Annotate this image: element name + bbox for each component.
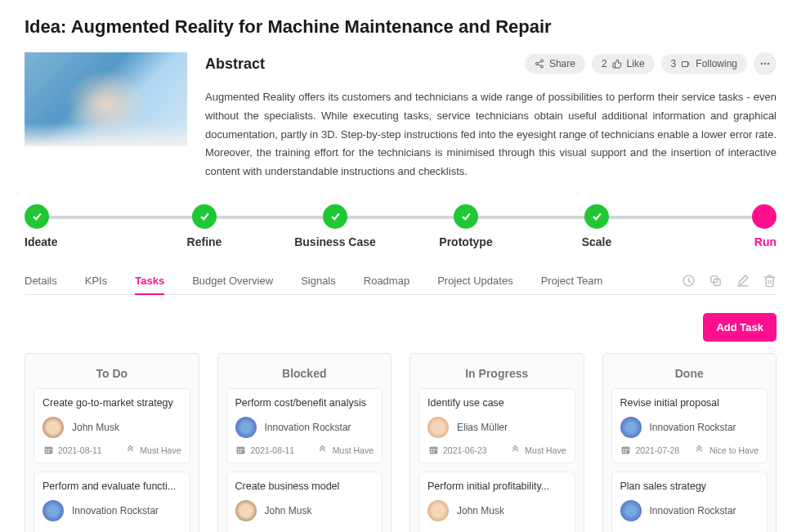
task-card[interactable]: Identify use caseElias Müller2021-06-23M…	[418, 388, 575, 463]
like-label: Like	[627, 58, 645, 69]
tab-signals[interactable]: Signals	[301, 268, 336, 293]
kanban-column-blocked: BlockedPerform cost/benefit analysisInno…	[217, 353, 392, 532]
copy-icon[interactable]	[709, 274, 723, 288]
stage-label: Run	[754, 235, 776, 248]
avatar	[43, 500, 64, 521]
more-menu-button[interactable]	[754, 52, 776, 75]
svg-rect-26	[432, 449, 434, 451]
svg-rect-13	[46, 449, 47, 451]
avatar	[620, 417, 642, 438]
task-card[interactable]: Perform and evaluate functi...Innovation…	[34, 472, 190, 532]
task-card[interactable]: Create go-to-market strategyJohn Musk202…	[34, 388, 190, 463]
svg-point-1	[535, 63, 538, 65]
avatar	[235, 417, 257, 438]
task-title: Identify use case	[427, 397, 566, 409]
calendar-icon	[427, 445, 439, 456]
tab-budget-overview[interactable]: Budget Overview	[192, 268, 273, 293]
assignee-name: Innovation Rockstar	[265, 422, 351, 433]
tab-details[interactable]: Details	[25, 268, 57, 293]
task-date: 2021-06-23	[427, 445, 487, 456]
task-priority: Must Have	[124, 445, 181, 456]
share-button[interactable]: Share	[525, 54, 585, 74]
stage-label: Prototype	[439, 235, 492, 248]
stage-scale[interactable]: Scale	[548, 204, 646, 253]
task-meta: 2021-07-28Nice to Have	[620, 445, 759, 456]
svg-line-3	[538, 65, 540, 66]
task-assignee: Elias Müller	[427, 417, 566, 438]
check-icon	[584, 204, 609, 229]
priority-icon	[317, 445, 329, 456]
ellipsis-icon	[759, 58, 771, 69]
task-assignee: Innovation Rockstar	[620, 417, 759, 438]
idea-hero-image	[25, 52, 187, 146]
stage-ideate[interactable]: Ideate	[25, 204, 123, 253]
tab-kpis[interactable]: KPIs	[85, 268, 107, 293]
check-icon	[454, 204, 478, 229]
svg-rect-25	[431, 449, 432, 451]
follow-label: Following	[696, 58, 737, 69]
svg-rect-15	[50, 449, 51, 451]
stage-prototype[interactable]: Prototype	[417, 204, 515, 253]
svg-rect-21	[243, 449, 244, 451]
like-button[interactable]: 2 Like	[592, 54, 655, 74]
stage-refine[interactable]: Refine	[155, 204, 253, 253]
task-date: 2021-07-28	[620, 445, 680, 456]
follow-button[interactable]: 3 Following	[661, 54, 747, 74]
abstract-heading: Abstract	[205, 56, 265, 73]
assignee-name: John Musk	[72, 422, 119, 433]
trash-icon[interactable]	[763, 274, 776, 288]
svg-line-4	[538, 61, 540, 63]
stage-pipeline: IdeateRefineBusiness CasePrototypeScaleR…	[25, 204, 776, 253]
task-card[interactable]: Perform initial profitability...John Mus…	[418, 472, 575, 532]
check-icon	[192, 204, 217, 229]
stage-run[interactable]: Run	[678, 204, 776, 253]
assignee-name: Elias Müller	[457, 422, 508, 433]
svg-rect-20	[240, 449, 242, 451]
assignee-name: John Musk	[265, 505, 312, 516]
task-assignee: Innovation Rockstar	[620, 500, 759, 521]
follow-count: 3	[671, 58, 677, 69]
avatar	[427, 417, 449, 438]
task-title: Create business model	[235, 481, 374, 492]
task-card[interactable]: Plan sales strategyInnovation Rockstar	[611, 472, 768, 532]
tab-project-updates[interactable]: Project Updates	[437, 268, 513, 293]
task-meta: 2021-06-23Must Have	[427, 445, 566, 456]
task-meta: 2021-08-11Must Have	[235, 445, 374, 456]
task-priority: Must Have	[317, 445, 374, 456]
stage-business-case[interactable]: Business Case	[286, 204, 384, 253]
header-actions: Share 2 Like 3 Following	[525, 52, 776, 75]
like-count: 2	[602, 58, 607, 69]
column-header: In Progress	[418, 362, 575, 388]
task-card[interactable]: Create business modelJohn Musk	[226, 472, 383, 532]
svg-rect-33	[628, 449, 629, 451]
tab-roadmap[interactable]: Roadmap	[364, 268, 409, 293]
svg-point-0	[540, 60, 543, 62]
avatar	[43, 417, 64, 438]
history-icon[interactable]	[682, 274, 696, 288]
edit-icon[interactable]	[736, 274, 750, 288]
task-title: Plan sales strategy	[620, 481, 759, 492]
abstract-column: Abstract Share 2 Like 3	[205, 52, 776, 181]
kanban-column-in-progress: In ProgressIdentify use caseElias Müller…	[409, 353, 584, 532]
svg-rect-14	[47, 449, 49, 451]
stage-label: Ideate	[25, 235, 57, 248]
task-card[interactable]: Perform cost/benefit analysisInnovation …	[226, 388, 383, 463]
header-row: Abstract Share 2 Like 3	[25, 52, 776, 181]
stage-label: Refine	[187, 235, 222, 248]
kanban-column-done: DoneRevise initial proposalInnovation Ro…	[602, 353, 777, 532]
calendar-icon	[235, 445, 247, 456]
calendar-icon	[43, 445, 54, 456]
svg-rect-16	[46, 451, 47, 453]
task-card[interactable]: Revise initial proposalInnovation Rockst…	[611, 388, 768, 463]
svg-rect-22	[238, 451, 239, 453]
tab-project-team[interactable]: Project Team	[541, 268, 603, 293]
column-header: Done	[611, 362, 768, 388]
tab-tasks[interactable]: Tasks	[135, 268, 164, 295]
check-icon	[323, 204, 347, 229]
svg-rect-17	[47, 451, 49, 453]
tab-action-icons	[682, 274, 776, 288]
assignee-name: John Musk	[457, 505, 504, 516]
task-priority: Nice to Have	[694, 445, 758, 456]
add-task-button[interactable]: Add Task	[703, 313, 776, 342]
assignee-name: Innovation Rockstar	[72, 505, 159, 516]
